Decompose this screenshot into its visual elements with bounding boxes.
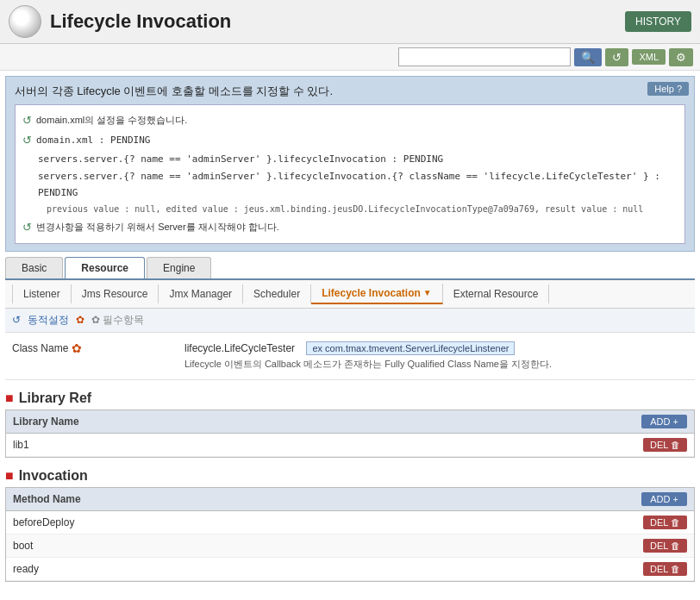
sub-tab-jms-label: Jms Resource xyxy=(82,288,148,300)
sub-tab-lifecycle-label: Lifecycle Invocation xyxy=(322,287,421,299)
invocation-row-2: boot DEL 🗑 xyxy=(6,534,694,558)
sub-tab-jmx[interactable]: Jmx Manager xyxy=(159,284,243,303)
invocation-value-3: ready xyxy=(13,563,39,575)
refresh-icon-3: ↺ xyxy=(22,217,32,237)
tab-resource-label: Resource xyxy=(81,262,128,274)
tab-basic-label: Basic xyxy=(22,262,47,274)
tab-basic[interactable]: Basic xyxy=(5,257,63,278)
info-line-5: previous value : null, edited value : je… xyxy=(47,202,678,217)
info-line-4: servers.server.{? name == 'adminServer' … xyxy=(38,168,678,203)
library-ref-table-header: Library Name ADD + xyxy=(6,410,694,434)
header-left: Lifecycle Invocation xyxy=(9,5,231,38)
info-line-1: ↺ domain.xml의 설정을 수정했습니다. xyxy=(22,110,678,130)
info-line-6: ↺ 변경사항을 적용하기 위해서 Server를 재시작해야 합니다. xyxy=(22,217,678,237)
library-ref-title: ■ Library Ref xyxy=(5,387,695,409)
invocation-table: Method Name ADD + beforeDeploy DEL 🗑 boo… xyxy=(5,487,695,582)
sub-tabs: Listener Jms Resource Jmx Manager Schedu… xyxy=(5,280,695,309)
sub-tab-external[interactable]: External Resource xyxy=(443,284,550,303)
search-button[interactable]: 🔍 xyxy=(574,48,602,66)
sub-tab-lifecycle[interactable]: Lifecycle Invocation ▼ xyxy=(311,284,443,304)
history-button[interactable]: HISTORY xyxy=(625,11,691,32)
invocation-row-1: beforeDeploy DEL 🗑 xyxy=(6,511,694,534)
sub-tab-jmx-label: Jmx Manager xyxy=(169,288,232,300)
refresh-icon-1: ↺ xyxy=(22,110,32,130)
invocation-del-button-1[interactable]: DEL 🗑 xyxy=(643,516,687,529)
sub-tab-listener[interactable]: Listener xyxy=(12,284,72,303)
info-lines: ↺ domain.xml의 설정을 수정했습니다. ↺ domain.xml :… xyxy=(15,104,685,244)
xml-button[interactable]: XML xyxy=(632,49,666,65)
method-name-col-header: Method Name xyxy=(13,493,81,505)
main-tabs: Basic Resource Engine xyxy=(5,257,695,280)
class-name-example: ex com.tmax.tmevent.ServerLifecycleLinst… xyxy=(306,341,515,355)
invocation-title: ■ Invocation xyxy=(5,465,695,487)
sub-tab-external-label: External Resource xyxy=(453,288,539,300)
library-row-1: lib1 DEL 🗑 xyxy=(6,434,694,457)
invocation-del-button-2[interactable]: DEL 🗑 xyxy=(643,539,687,553)
class-name-desc: Lifecycle 이벤트의 Callback 메소드가 존재하는 Fully … xyxy=(184,358,688,371)
refresh-button[interactable]: ↺ xyxy=(605,48,628,66)
library-del-button-1[interactable]: DEL 🗑 xyxy=(643,438,687,452)
info-text-6: 변경사항을 적용하기 위해서 Server를 재시작해야 합니다. xyxy=(36,219,279,236)
info-text-2: domain.xml : PENDING xyxy=(36,132,150,149)
required-star-class: ✿ xyxy=(72,341,82,355)
sub-tab-listener-label: Listener xyxy=(23,288,60,300)
library-ref-icon: ■ xyxy=(5,391,14,406)
refresh-icon-2: ↺ xyxy=(22,130,32,150)
invocation-value-2: boot xyxy=(13,540,33,552)
invocation-icon: ■ xyxy=(5,468,14,484)
header: Lifecycle Invocation HISTORY xyxy=(0,0,700,44)
library-add-button[interactable]: ADD + xyxy=(641,415,687,428)
invocation-del-button-3[interactable]: DEL 🗑 xyxy=(643,562,687,576)
tab-resource[interactable]: Resource xyxy=(65,257,145,278)
library-ref-title-text: Library Ref xyxy=(19,391,91,406)
section-header: ↺ 동적설정 ✿ ✿ 필수항목 xyxy=(5,309,695,333)
sub-tab-scheduler-label: Scheduler xyxy=(253,288,300,300)
invocation-value-1: beforeDeploy xyxy=(13,516,74,528)
dynamic-setting-icon: ↺ xyxy=(12,314,21,326)
invocation-add-button[interactable]: ADD + xyxy=(641,492,687,506)
class-name-row: Class Name ✿ lifecycle.LifeCycleTester e… xyxy=(5,333,695,380)
info-line-2: ↺ domain.xml : PENDING xyxy=(22,130,678,150)
lifecycle-dropdown-icon: ▼ xyxy=(423,288,432,297)
search-input[interactable] xyxy=(398,47,571,66)
invocation-table-header: Method Name ADD + xyxy=(6,488,694,511)
library-value-1: lib1 xyxy=(13,439,29,451)
logo-icon xyxy=(9,5,41,38)
class-name-text: Class Name xyxy=(12,342,68,354)
class-name-label: Class Name ✿ xyxy=(5,338,178,359)
toolbar: 🔍 ↺ XML ⚙ xyxy=(0,44,700,71)
info-title: 서버의 각종 Lifecycle 이벤트에 호출할 메소드를 지정할 수 있다. xyxy=(15,84,685,99)
help-button[interactable]: Help ? xyxy=(647,82,689,96)
class-name-val: lifecycle.LifeCycleTester xyxy=(184,342,295,354)
sub-tab-jms[interactable]: Jms Resource xyxy=(72,284,159,303)
invocation-section: ■ Invocation Method Name ADD + beforeDep… xyxy=(5,465,695,582)
sub-tab-scheduler[interactable]: Scheduler xyxy=(243,284,311,303)
invocation-title-text: Invocation xyxy=(19,468,88,484)
info-box: Help ? 서버의 각종 Lifecycle 이벤트에 호출할 메소드를 지정… xyxy=(5,76,695,252)
help-label: Help ? xyxy=(654,84,682,94)
dynamic-setting-label: 동적설정 xyxy=(28,313,69,328)
info-text-1: domain.xml의 설정을 수정했습니다. xyxy=(36,112,187,129)
library-name-col-header: Library Name xyxy=(13,416,79,428)
page-title: Lifecycle Invocation xyxy=(50,10,231,33)
required-label: ✿ 필수항목 xyxy=(91,313,144,328)
tab-engine[interactable]: Engine xyxy=(147,257,211,278)
invocation-row-3: ready DEL 🗑 xyxy=(6,558,694,581)
required-star-icon: ✿ xyxy=(76,314,84,326)
info-line-3: servers.server.{? name == 'adminServer' … xyxy=(38,151,678,168)
library-ref-table: Library Name ADD + lib1 DEL 🗑 xyxy=(5,409,695,458)
library-ref-section: ■ Library Ref Library Name ADD + lib1 DE… xyxy=(5,387,695,458)
tab-engine-label: Engine xyxy=(163,262,195,274)
settings-button[interactable]: ⚙ xyxy=(669,48,693,66)
class-name-value: lifecycle.LifeCycleTester ex com.tmax.tm… xyxy=(178,338,695,374)
